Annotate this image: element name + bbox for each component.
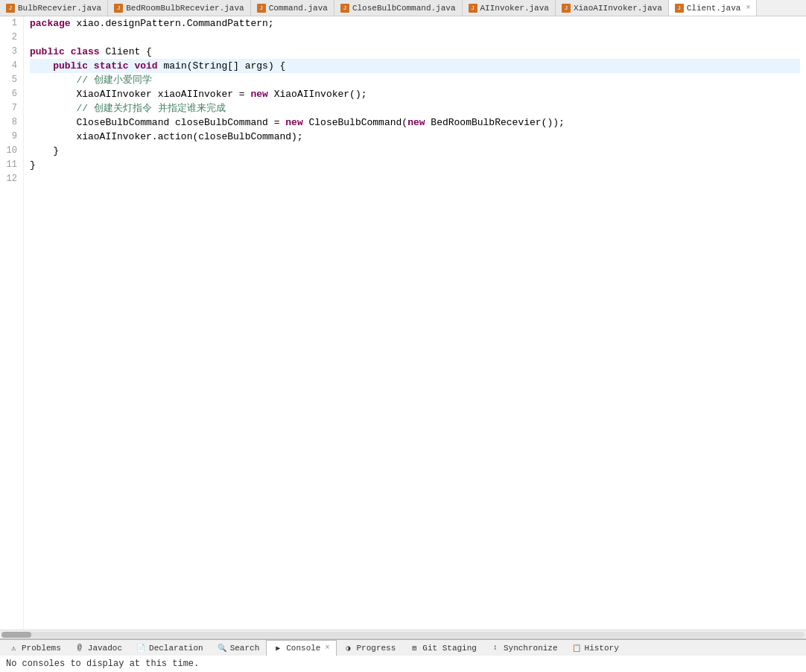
bottom-tab-label-git-staging: Git Staging (422, 644, 477, 653)
line-number-3: 3 (6, 45, 17, 59)
scroll-track[interactable] (1, 632, 805, 638)
code-line-1: package xiao.designPattern.CommandPatter… (30, 16, 800, 31)
tab-close-bulb-command[interactable]: JCloseBulbCommand.java (334, 0, 463, 16)
bottom-tab-history[interactable]: 📋History (565, 640, 626, 656)
bottom-tab-progress[interactable]: ◑Progress (337, 640, 403, 656)
tab-label-xiao-ai-invoker: XiaoAIInvoker.java (574, 4, 662, 13)
bottom-tab-icon-problems: ⚠ (8, 643, 19, 653)
tab-xiao-ai-invoker[interactable]: JXiaoAIInvoker.java (556, 0, 669, 16)
bottom-tab-icon-javadoc: @ (74, 643, 85, 653)
line-number-2: 2 (6, 31, 17, 45)
line-number-12: 12 (6, 172, 17, 186)
bottom-tab-label-javadoc: Javadoc (88, 644, 122, 653)
code-line-10: } (30, 144, 800, 158)
line-number-10: 10 (6, 144, 17, 158)
bottom-tab-icon-synchronize: ↕ (490, 643, 501, 653)
bottom-tab-declaration[interactable]: 📄Declaration (129, 640, 210, 656)
code-line-6: XiaoAIInvoker xiaoAIInvoker = new XiaoAI… (30, 87, 800, 101)
bottom-tab-close-console[interactable]: × (325, 644, 329, 652)
bottom-tab-console[interactable]: ▶Console× (266, 640, 336, 656)
bottom-tab-label-declaration: Declaration (149, 644, 203, 653)
tab-client[interactable]: JClient.java× (669, 0, 758, 16)
tab-icon-bulb-recevier: J (6, 4, 15, 13)
bottom-tab-icon-declaration: 📄 (136, 643, 146, 653)
bottom-tab-search[interactable]: 🔍Search (210, 640, 267, 656)
bottom-tab-icon-progress: ◑ (343, 643, 354, 653)
bottom-tabs: ⚠Problems@Javadoc📄Declaration🔍Search▶Con… (0, 639, 806, 656)
bottom-tab-problems[interactable]: ⚠Problems (1, 640, 68, 656)
code-line-12 (30, 172, 800, 186)
tab-label-command: Command.java (269, 4, 328, 13)
line-number-7: 7 (6, 101, 17, 115)
code-content: package xiao.designPattern.CommandPatter… (24, 16, 806, 630)
scroll-thumb[interactable] (1, 632, 31, 638)
bottom-tab-javadoc[interactable]: @Javadoc (68, 640, 129, 656)
code-line-4: public static void main(String[] args) { (30, 59, 800, 73)
bottom-tab-git-staging[interactable]: ⊞Git Staging (402, 640, 483, 656)
bottom-tab-icon-console: ▶ (273, 643, 283, 653)
line-number-9: 9 (6, 130, 17, 144)
console-content: No consoles to display at this time. (0, 656, 806, 672)
bottom-tab-label-problems: Problems (22, 644, 61, 653)
tab-icon-ai-invoker: J (469, 4, 477, 13)
bottom-tab-icon-git-staging: ⊞ (409, 643, 419, 653)
tab-command[interactable]: JCommand.java (251, 0, 334, 16)
tab-icon-close-bulb-command: J (340, 4, 349, 13)
tab-bulb-recevier[interactable]: JBulbRecevier.java (0, 0, 108, 16)
line-number-6: 6 (6, 87, 17, 101)
line-number-8: 8 (6, 115, 17, 130)
tab-icon-bedroom-bulb-recevier: J (114, 4, 123, 13)
bottom-tab-synchronize[interactable]: ↕Synchronize (483, 640, 565, 656)
line-numbers: 123456789101112 (0, 16, 24, 630)
tab-label-client: Client.java (687, 4, 741, 13)
line-number-4: 4 (6, 59, 17, 73)
bottom-tab-label-synchronize: Synchronize (504, 644, 558, 653)
bottom-tab-icon-search: 🔍 (217, 643, 227, 653)
tab-bar: JBulbRecevier.javaJBedRoomBulbRecevier.j… (0, 0, 806, 16)
tab-icon-xiao-ai-invoker: J (562, 4, 571, 13)
code-line-8: CloseBulbCommand closeBulbCommand = new … (30, 115, 800, 130)
code-line-9: xiaoAIInvoker.action(closeBulbCommand); (30, 130, 800, 144)
code-area: 123456789101112 package xiao.designPatte… (0, 16, 806, 630)
console-message: No consoles to display at this time. (6, 659, 199, 669)
editor[interactable]: 123456789101112 package xiao.designPatte… (0, 16, 806, 630)
tab-close-client[interactable]: × (746, 4, 750, 12)
main-area: JBulbRecevier.javaJBedRoomBulbRecevier.j… (0, 0, 806, 672)
code-line-11: } (30, 158, 800, 172)
code-line-3: public class Client { (30, 45, 800, 59)
line-number-11: 11 (6, 158, 17, 172)
bottom-tab-label-progress: Progress (357, 644, 396, 653)
bottom-tab-icon-history: 📋 (571, 643, 582, 653)
bottom-tab-label-search: Search (230, 644, 260, 653)
bottom-tab-label-console: Console (286, 644, 320, 653)
horizontal-scrollbar[interactable] (0, 630, 806, 638)
bottom-tab-label-history: History (585, 644, 619, 653)
line-number-1: 1 (6, 16, 17, 31)
tab-label-close-bulb-command: CloseBulbCommand.java (352, 4, 456, 13)
code-line-7: // 创建关灯指令 并指定谁来完成 (30, 101, 800, 115)
bottom-panel: ⚠Problems@Javadoc📄Declaration🔍Search▶Con… (0, 638, 806, 672)
tab-label-bedroom-bulb-recevier: BedRoomBulbRecevier.java (126, 4, 244, 13)
tab-bedroom-bulb-recevier[interactable]: JBedRoomBulbRecevier.java (108, 0, 250, 16)
tab-label-bulb-recevier: BulbRecevier.java (18, 4, 101, 13)
line-number-5: 5 (6, 73, 17, 87)
code-line-5: // 创建小爱同学 (30, 73, 800, 87)
tab-ai-invoker[interactable]: JAIInvoker.java (463, 0, 556, 16)
tab-icon-command: J (257, 4, 266, 13)
tab-icon-client: J (675, 4, 684, 13)
tab-label-ai-invoker: AIInvoker.java (480, 4, 549, 13)
code-line-2 (30, 31, 800, 45)
